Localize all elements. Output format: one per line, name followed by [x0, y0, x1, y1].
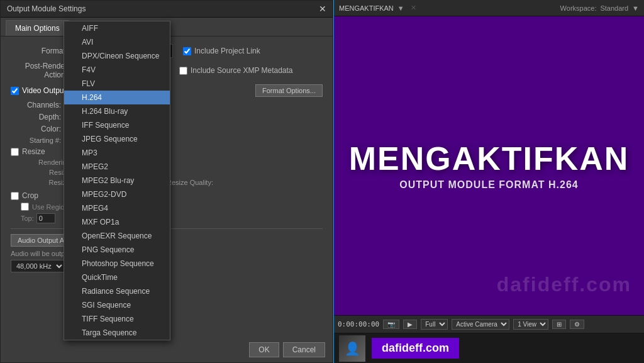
resize-quality-label: Resize Quality:: [167, 179, 213, 186]
panel-content: Format: AIFFAVIDPX/Cineon SequenceF4VFLV…: [1, 36, 333, 284]
comp-name: MENGAKTIFKAN: [339, 4, 394, 12]
khz-select[interactable]: 48,000 kHz: [11, 260, 65, 272]
format-options-button[interactable]: Format Options...: [255, 84, 323, 97]
dropdown-item-mpeg2dvd[interactable]: MPEG2-DVD: [64, 187, 170, 201]
dropdown-item-jpeg[interactable]: JPEG Sequence: [64, 132, 170, 146]
dialog-title: Output Module Settings: [7, 4, 86, 13]
dropdown-item-openexr[interactable]: OpenEXR Sequence: [64, 229, 170, 243]
dropdown-item-mxf[interactable]: MXF OP1a: [64, 215, 170, 229]
dropdown-item-radiance[interactable]: Radiance Sequence: [64, 284, 170, 298]
cancel-button[interactable]: Cancel: [283, 342, 325, 357]
workspace-label: Workspace:: [560, 4, 597, 12]
crop-top-input[interactable]: [36, 213, 55, 223]
dropdown-item-f4v[interactable]: F4V: [64, 63, 170, 77]
main-viewport: MENGAKTIFKAN OUTPUT MODULE FORMAT H.264 …: [334, 16, 644, 315]
right-top-bar: MENGAKTIFKAN ▼ ✕ Workspace: Standard ▼: [334, 0, 644, 16]
format-label: Format:: [11, 47, 67, 55]
dropdown-item-tiff[interactable]: TIFF Sequence: [64, 312, 170, 326]
comp-tab: MENGAKTIFKAN ▼ ✕: [339, 4, 419, 12]
dropdown-item-sgi[interactable]: SGI Sequence: [64, 298, 170, 312]
dropdown-item-png[interactable]: PNG Sequence: [64, 243, 170, 257]
settings-icon[interactable]: ⚙: [570, 320, 584, 329]
viewport-content: MENGAKTIFKAN OUTPUT MODULE FORMAT H.264: [349, 141, 630, 191]
workspace-value: Standard: [600, 4, 628, 12]
dropdown-item-aiff[interactable]: AIFF: [64, 21, 170, 35]
close-button[interactable]: ✕: [319, 4, 326, 13]
view-select[interactable]: 1 View: [513, 319, 548, 330]
dropdown-item-targa[interactable]: Targa Sequence: [64, 326, 170, 340]
ok-button[interactable]: OK: [249, 342, 279, 357]
time-display: 0:00:00:00: [338, 320, 379, 328]
tab-main-options[interactable]: Main Options: [6, 20, 69, 36]
full-select[interactable]: Full: [421, 319, 448, 330]
dropdown-item-mpeg2[interactable]: MPEG2: [64, 160, 170, 174]
dropdown-item-avi[interactable]: AVI: [64, 35, 170, 49]
comp-arrow-icon: ▼: [397, 4, 404, 12]
bottom-controls: 0:00:00:00 📷 ▶ Full Active Camera 1 View…: [334, 315, 644, 333]
avatar: 👤: [339, 335, 365, 362]
dropdown-item-photoshop[interactable]: Photoshop Sequence: [64, 257, 170, 271]
dropdown-item-mpeg2blu[interactable]: MPEG2 Blu-ray: [64, 174, 170, 187]
workspace-arrow-icon: ▼: [632, 4, 639, 12]
dropdown-item-dpx[interactable]: DPX/Cineon Sequence: [64, 49, 170, 63]
depth-label: Depth:: [11, 113, 61, 121]
include-project-link-check[interactable]: Include Project Link: [183, 47, 260, 55]
dropdown-item-iff[interactable]: IFF Sequence: [64, 118, 170, 132]
bottom-strip: 👤 dafideff.com: [334, 333, 644, 363]
post-render-label: Post-Render Action:: [11, 62, 67, 79]
grid-icon[interactable]: ⊞: [552, 320, 566, 329]
color-label: Color:: [11, 125, 61, 133]
output-module-dialog: Output Module Settings ✕ Main Options Co…: [0, 0, 333, 363]
dropdown-item-flv[interactable]: FLV: [64, 77, 170, 91]
camera-select[interactable]: Active Camera: [452, 319, 509, 330]
channels-label: Channels:: [11, 101, 61, 109]
starting-label: Starting #:: [11, 137, 61, 144]
viewport-watermark: dafideff.com: [497, 273, 631, 296]
bottom-buttons: OK Cancel: [249, 342, 325, 357]
camera-icon[interactable]: 📷: [383, 320, 399, 329]
dropdown-item-mp3[interactable]: MP3: [64, 146, 170, 160]
workspace-area: Workspace: Standard ▼: [560, 4, 639, 12]
viewport-main-text: MENGAKTIFKAN: [349, 141, 630, 177]
format-dropdown-menu: AIFF AVI DPX/Cineon Sequence F4V FLV H.2…: [64, 21, 170, 340]
viewport-sub-text: OUTPUT MODULE FORMAT H.264: [349, 179, 630, 191]
right-panel: MENGAKTIFKAN ▼ ✕ Workspace: Standard ▼ M…: [334, 0, 644, 363]
title-bar: Output Module Settings ✕: [1, 1, 333, 18]
avatar-image: 👤: [339, 335, 365, 362]
watermark-text: dafideff.com: [372, 338, 459, 359]
dropdown-item-mpeg4[interactable]: MPEG4: [64, 201, 170, 215]
dropdown-item-h264bluray[interactable]: H.264 Blu-ray: [64, 104, 170, 118]
include-xmp-check[interactable]: Include Source XMP Metadata: [179, 66, 293, 75]
dropdown-item-quicktime[interactable]: QuickTime: [64, 271, 170, 284]
dropdown-item-h264[interactable]: H.264: [64, 91, 170, 104]
play-button[interactable]: ▶: [403, 320, 417, 329]
